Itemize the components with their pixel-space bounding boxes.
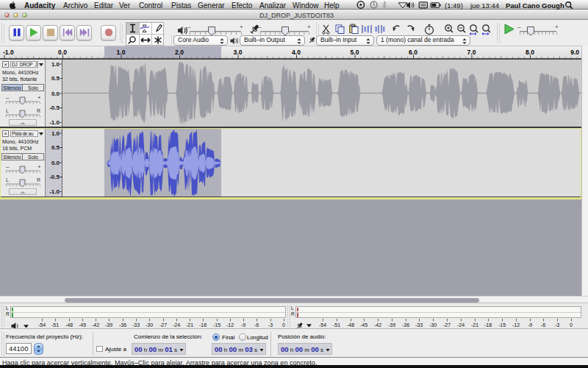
svg-text:0: 0	[570, 322, 573, 328]
svg-text:-15: -15	[498, 322, 506, 328]
svg-text:-9: -9	[528, 322, 532, 328]
svg-text:3.0: 3.0	[234, 49, 243, 56]
svg-text:0.0: 0.0	[58, 49, 67, 56]
svg-text:-18: -18	[484, 322, 492, 328]
svg-text:-39: -39	[388, 322, 395, 328]
svg-text:+: +	[307, 24, 311, 30]
svg-text:-36: -36	[402, 322, 409, 328]
svg-text:-54: -54	[319, 322, 326, 328]
svg-text:1.0: 1.0	[117, 49, 126, 56]
svg-text:-24: -24	[457, 322, 465, 328]
svg-text:–: –	[187, 24, 191, 30]
svg-text:5.0: 5.0	[351, 49, 359, 56]
svg-text:7.0: 7.0	[467, 49, 476, 56]
svg-text:2.0: 2.0	[175, 49, 184, 56]
svg-text:-42: -42	[374, 322, 381, 328]
svg-text:9.0: 9.0	[570, 49, 579, 56]
svg-text:-48: -48	[347, 322, 354, 328]
svg-text:-21: -21	[471, 322, 478, 328]
svg-text:+: +	[555, 24, 559, 30]
svg-text:-1.0: -1.0	[3, 49, 14, 56]
svg-text:+: +	[240, 24, 243, 30]
svg-text:-3: -3	[555, 322, 559, 328]
svg-text:–: –	[258, 24, 262, 30]
svg-text:-12: -12	[512, 322, 520, 328]
svg-text:-33: -33	[415, 322, 423, 328]
svg-text:-27: -27	[443, 322, 451, 328]
svg-text:6.0: 6.0	[409, 49, 417, 56]
svg-text:4.0: 4.0	[292, 49, 301, 56]
svg-text:8.0: 8.0	[526, 49, 534, 56]
svg-text:-30: -30	[429, 322, 437, 328]
svg-text:-45: -45	[360, 322, 368, 328]
svg-text:–: –	[517, 24, 521, 30]
svg-text:-51: -51	[333, 322, 340, 328]
svg-text:-6: -6	[541, 322, 545, 328]
